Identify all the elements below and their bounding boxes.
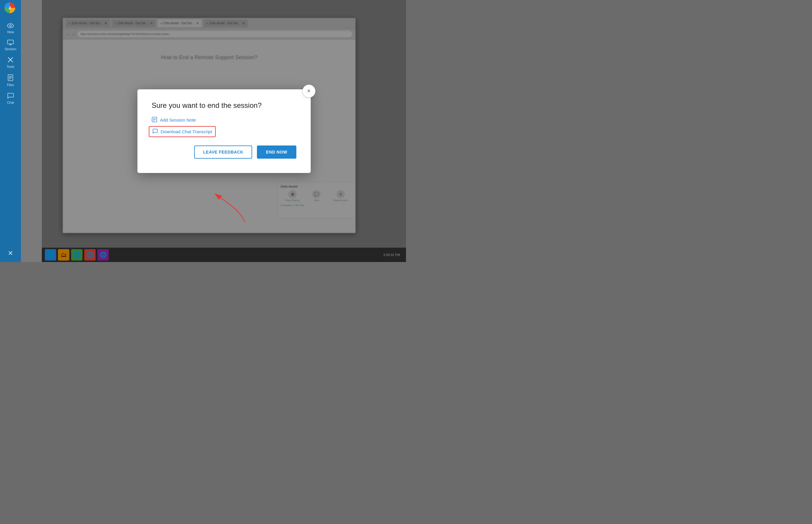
svg-rect-2 (7, 40, 14, 44)
leave-feedback-button[interactable]: LEAVE FEEDBACK (194, 146, 252, 159)
session-icon (7, 40, 14, 46)
sidebar-close-button[interactable]: ✕ (8, 249, 13, 257)
files-label: Files (7, 83, 14, 87)
tools-label: Tools (6, 65, 14, 68)
modal-title: Sure you want to end the session? (152, 101, 296, 110)
svg-point-1 (10, 25, 11, 27)
sidebar-item-files[interactable]: Files (0, 71, 21, 89)
add-session-note-action[interactable]: Add Session Note (152, 117, 196, 123)
logo-circle: Z (4, 2, 15, 13)
view-label: View (7, 30, 14, 34)
session-note-icon (152, 117, 157, 123)
annotation-arrow (197, 185, 257, 224)
sidebar-bottom: ✕ (8, 249, 13, 257)
app-logo: Z (4, 2, 16, 14)
add-session-note-label: Add Session Note (160, 117, 196, 122)
tools-icon (7, 57, 14, 64)
sidebar-item-session[interactable]: Session (0, 37, 21, 54)
download-chat-action[interactable]: Download Chat Transcript (149, 126, 216, 137)
sidebar-item-chat[interactable]: Chat (0, 89, 21, 107)
sidebar: Z View Session Tools (0, 0, 21, 262)
chat-icon (7, 93, 14, 99)
svg-point-0 (7, 23, 14, 28)
view-icon (7, 23, 14, 29)
end-now-button[interactable]: END NOW (257, 146, 296, 159)
modal-close-button[interactable]: × (302, 84, 315, 98)
download-chat-label: Download Chat Transcript (161, 129, 212, 134)
end-session-modal: × Sure you want to end the session? Add … (137, 89, 311, 173)
chat-label: Chat (7, 101, 14, 104)
sidebar-item-view[interactable]: View (0, 20, 21, 37)
sidebar-item-tools[interactable]: Tools (0, 54, 21, 71)
modal-overlay: × Sure you want to end the session? Add … (42, 0, 406, 262)
modal-buttons: LEAVE FEEDBACK END NOW (152, 146, 296, 159)
main-area: ● Zoho Assist - Get Sol... ✕ ● Zoho Assi… (21, 0, 406, 262)
chat-transcript-icon (152, 129, 158, 135)
files-icon (8, 75, 13, 82)
close-icon: × (307, 87, 311, 94)
session-label: Session (4, 47, 16, 51)
